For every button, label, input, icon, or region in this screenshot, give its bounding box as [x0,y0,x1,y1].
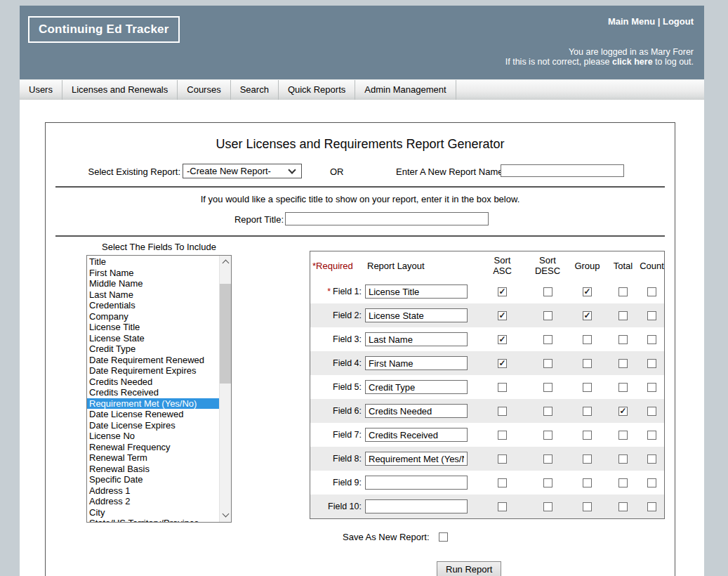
field-10-sort-desc-checkbox[interactable] [543,502,552,511]
field-option-credentials[interactable]: Credentials [87,300,219,311]
field-5-sort-desc-checkbox[interactable] [543,383,552,392]
field-9-sort-asc-checkbox[interactable] [498,478,507,487]
field-9-count-checkbox[interactable] [647,478,656,487]
field-option-first-name[interactable]: First Name [87,268,219,279]
field-4-sort-asc-checkbox[interactable]: ✓ [498,359,507,368]
field-10-input[interactable] [365,499,468,513]
report-title-input[interactable] [285,212,489,225]
field-6-total-checkbox[interactable]: ✓ [618,407,628,416]
field-option-license-no[interactable]: License No [87,431,219,442]
field-9-input[interactable] [365,476,468,490]
field-option-renewal-basis[interactable]: Renewal Basis [87,464,219,475]
field-option-credits-received[interactable]: Credits Received [87,387,219,398]
field-option-city[interactable]: City [87,507,219,518]
field-option-date-license-expires[interactable]: Date License Expires [87,420,219,431]
nav-tab-licenses-and-renewals[interactable]: Licenses and Renewals [62,80,178,100]
field-3-input[interactable] [365,332,468,346]
field-option-requirement-met-yes-no[interactable]: Requirement Met (Yes/No) [87,398,219,410]
field-option-company[interactable]: Company [87,311,219,322]
field-5-count-checkbox[interactable] [647,383,656,392]
field-2-group-checkbox[interactable]: ✓ [583,311,592,320]
field-2-total-checkbox[interactable] [618,311,628,320]
field-10-count-checkbox[interactable] [647,502,656,511]
fields-listbox[interactable]: TitleFirst NameMiddle NameLast NameCrede… [86,255,232,523]
field-option-date-requirement-renewed[interactable]: Date Requirement Renewed [87,355,219,366]
field-option-credits-needed[interactable]: Credits Needed [87,377,219,388]
nav-tab-quick-reports[interactable]: Quick Reports [279,80,355,100]
click-here-link[interactable]: click here [612,57,653,67]
field-9-sort-desc-checkbox[interactable] [543,478,552,487]
field-1-count-checkbox[interactable] [647,287,656,296]
scroll-up-arrow-icon[interactable] [220,256,232,268]
field-9-total-checkbox[interactable] [618,478,628,487]
field-2-sort-desc-checkbox[interactable] [543,311,552,320]
field-option-last-name[interactable]: Last Name [87,289,219,301]
field-7-count-checkbox[interactable] [647,431,656,440]
field-3-group-checkbox[interactable] [583,335,592,344]
field-option-address-1[interactable]: Address 1 [87,485,219,497]
field-option-renewal-term[interactable]: Renewal Term [87,452,219,464]
field-9-group-checkbox[interactable] [583,478,592,487]
field-option-license-state[interactable]: License State [87,333,219,344]
field-5-group-checkbox[interactable] [583,383,592,392]
field-1-total-checkbox[interactable] [618,287,628,296]
field-option-credit-type[interactable]: Credit Type [87,343,219,355]
run-report-button[interactable]: Run Report [437,561,501,576]
field-option-specific-date[interactable]: Specific Date [87,474,219,485]
field-1-input[interactable] [365,284,468,299]
field-3-total-checkbox[interactable] [618,335,628,344]
field-4-total-checkbox[interactable] [618,359,628,368]
field-3-count-checkbox[interactable] [647,335,656,344]
field-6-sort-desc-checkbox[interactable] [543,407,552,416]
field-2-sort-asc-checkbox[interactable]: ✓ [498,311,507,320]
field-option-date-license-renewed[interactable]: Date License Renewed [87,409,219,420]
field-7-sort-desc-checkbox[interactable] [543,431,552,440]
field-8-group-checkbox[interactable] [583,454,592,464]
field-option-title[interactable]: Title [87,256,219,268]
field-4-input[interactable] [365,356,468,370]
field-10-sort-asc-checkbox[interactable] [498,502,507,511]
field-7-total-checkbox[interactable] [618,431,628,440]
existing-report-select[interactable]: -Create New Report- [183,164,302,178]
scrollbar-thumb[interactable] [220,284,232,384]
field-1-sort-desc-checkbox[interactable] [543,287,552,296]
field-10-total-checkbox[interactable] [618,502,628,511]
field-7-input[interactable] [365,428,468,442]
field-6-group-checkbox[interactable] [583,407,592,416]
field-4-count-checkbox[interactable] [647,359,656,368]
new-report-name-input[interactable] [501,164,624,177]
field-6-sort-asc-checkbox[interactable] [498,407,507,416]
field-option-state-us-territory-province[interactable]: State/US Territory/Province [87,518,219,522]
field-4-sort-desc-checkbox[interactable] [543,359,552,368]
field-3-sort-desc-checkbox[interactable] [543,335,552,344]
field-option-date-requirement-expires[interactable]: Date Requirement Expires [87,365,219,377]
nav-tab-courses[interactable]: Courses [178,80,230,100]
field-2-input[interactable] [365,308,468,322]
field-2-count-checkbox[interactable] [647,311,656,320]
field-7-sort-asc-checkbox[interactable] [498,431,507,440]
field-3-sort-asc-checkbox[interactable]: ✓ [498,335,507,344]
field-8-input[interactable] [365,452,468,466]
field-5-input[interactable] [365,380,468,394]
field-option-middle-name[interactable]: Middle Name [87,278,219,289]
field-8-count-checkbox[interactable] [647,454,656,464]
field-option-renewal-frequency[interactable]: Renewal Frequency [87,442,219,453]
field-5-sort-asc-checkbox[interactable] [498,383,507,392]
nav-tab-search[interactable]: Search [231,80,279,100]
nav-tab-users[interactable]: Users [20,80,62,100]
field-8-sort-asc-checkbox[interactable] [498,454,507,464]
field-8-sort-desc-checkbox[interactable] [543,454,552,464]
field-5-total-checkbox[interactable] [618,383,628,392]
logout-link[interactable]: Logout [663,16,694,27]
field-option-license-title[interactable]: License Title [87,322,219,333]
field-6-count-checkbox[interactable] [647,407,656,416]
field-7-group-checkbox[interactable] [583,431,592,440]
field-6-input[interactable] [365,404,468,418]
save-as-new-report-checkbox[interactable] [439,532,448,542]
listbox-scrollbar[interactable] [219,256,231,522]
scroll-down-arrow-icon[interactable] [220,509,232,521]
field-10-group-checkbox[interactable] [583,502,592,511]
field-1-group-checkbox[interactable]: ✓ [583,287,592,296]
field-option-address-2[interactable]: Address 2 [87,496,219,507]
field-4-group-checkbox[interactable] [583,359,592,368]
